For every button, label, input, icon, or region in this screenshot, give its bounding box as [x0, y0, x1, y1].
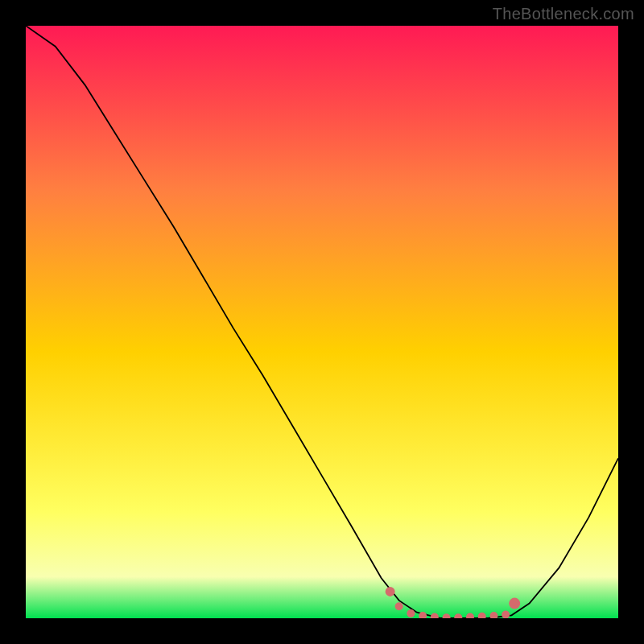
gradient-background [26, 26, 618, 618]
optimal-marker [395, 602, 403, 610]
chart-svg [26, 26, 618, 618]
chart-root: TheBottleneck.com [0, 0, 644, 644]
optimal-marker [509, 598, 520, 609]
plot-area [26, 26, 618, 618]
optimal-marker [386, 587, 395, 597]
watermark-text: TheBottleneck.com [493, 5, 634, 23]
optimal-marker [407, 609, 415, 617]
